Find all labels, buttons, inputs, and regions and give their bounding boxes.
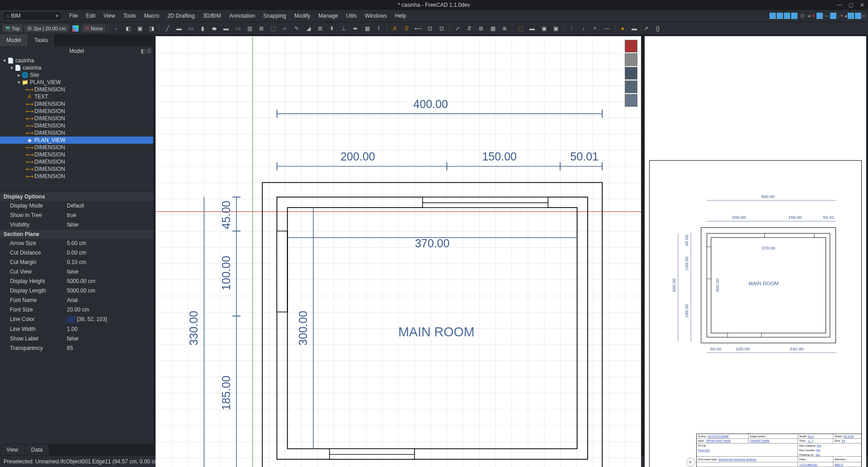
menu-windows[interactable]: Windows xyxy=(361,11,391,20)
menu-annotation[interactable]: Annotation xyxy=(225,11,259,20)
tool-icon[interactable]: ▬ xyxy=(221,24,231,33)
property-value[interactable]: 20.00 cm xyxy=(63,305,153,314)
property-value[interactable]: 0.10 cm xyxy=(63,258,153,267)
menu-help[interactable]: Help xyxy=(391,11,410,20)
tool-icon[interactable]: ◧ xyxy=(123,24,133,33)
property-value[interactable]: 5.00 cm xyxy=(63,239,153,248)
tool-icon[interactable]: ▬ xyxy=(629,24,639,33)
tree-item[interactable]: ⟷DIMENSION xyxy=(0,86,153,93)
minimize-icon[interactable]: — xyxy=(837,2,842,8)
property-row[interactable]: Cut Viewfalse xyxy=(0,267,153,277)
page-viewport[interactable]: 400.00 200.00 150.00 50.01 370.00 330.00… xyxy=(645,36,866,467)
menu-modify[interactable]: Modify xyxy=(290,11,314,20)
property-value[interactable]: [38, 52, 103] xyxy=(63,315,153,324)
view-icon[interactable] xyxy=(791,13,797,19)
tool-icon[interactable]: ⊞ xyxy=(256,24,266,33)
view-top-pill[interactable]: ⬒Top xyxy=(3,24,23,32)
tree-item[interactable]: ⟷DIMENSION xyxy=(0,122,153,129)
tool-icon[interactable]: ╱ xyxy=(162,24,172,33)
tab-tasks[interactable]: Tasks xyxy=(28,34,55,46)
view-icon[interactable] xyxy=(830,13,836,19)
tool-icon[interactable]: ↑ xyxy=(566,24,576,33)
panel-pop-icon[interactable]: ◧ xyxy=(141,48,146,54)
property-row[interactable]: Cut Margin0.10 cm xyxy=(0,258,153,267)
property-value[interactable]: 1.00 xyxy=(63,325,153,334)
menu-utils[interactable]: Utils xyxy=(342,11,361,20)
close-x-icon[interactable]: ✕ xyxy=(811,13,816,19)
tool-icon[interactable]: ▣ xyxy=(539,24,549,33)
menu-macro[interactable]: Macro xyxy=(140,11,163,20)
property-row[interactable]: Line Color[38, 52, 103] xyxy=(0,315,153,325)
property-row[interactable]: Display ModeDefault xyxy=(0,201,153,211)
tool-icon[interactable]: ▬ xyxy=(174,24,184,33)
menu-view[interactable]: View xyxy=(99,11,119,20)
chevron-icon[interactable]: » xyxy=(862,13,865,19)
tree-item[interactable]: ⟷DIMENSION xyxy=(0,108,153,115)
view-icon[interactable] xyxy=(784,13,790,19)
property-row[interactable]: Cut Distance0.00 cm xyxy=(0,248,153,258)
tool-icon[interactable]: ⊕ xyxy=(500,24,509,33)
property-row[interactable]: Show Labelfalse xyxy=(0,334,153,344)
tool-icon[interactable]: ⬚ xyxy=(515,24,525,33)
view-icon[interactable] xyxy=(816,13,823,19)
property-value[interactable]: false xyxy=(63,334,153,343)
tree-item[interactable]: ▾📁PLAN_VIEW xyxy=(0,79,153,86)
menu-file[interactable]: File xyxy=(65,11,82,20)
tool-icon[interactable]: ⇵ xyxy=(464,24,474,33)
property-value[interactable]: 0.00 cm xyxy=(63,248,153,257)
tool-icon[interactable]: ⬍ xyxy=(327,24,337,33)
tool-icon[interactable]: ⊞ xyxy=(476,24,486,33)
arrow-icon[interactable]: ◂ xyxy=(807,13,810,19)
property-value[interactable]: false xyxy=(63,267,153,276)
tool-icon[interactable]: ▭ xyxy=(186,24,196,33)
shape-string-icon[interactable]: S xyxy=(401,24,411,33)
menu-dbim[interactable]: 3D/BIM xyxy=(199,11,225,20)
view-icon[interactable] xyxy=(855,13,861,19)
plus-icon[interactable]: + xyxy=(840,13,843,19)
close-icon[interactable]: ✕ xyxy=(860,2,864,8)
property-value[interactable]: 5000.00 cm xyxy=(63,286,153,295)
tool-icon[interactable]: ⌐ xyxy=(280,24,290,33)
menu-tools[interactable]: Tools xyxy=(119,11,140,20)
dot-icon[interactable]: ◦ xyxy=(837,13,839,19)
property-row[interactable]: Font Size20.00 cm xyxy=(0,305,153,315)
tool-icon[interactable]: ↓ xyxy=(578,24,588,33)
color-swatch-icon[interactable] xyxy=(71,24,80,33)
menu-edit[interactable]: Edit xyxy=(82,11,99,20)
view-icon[interactable] xyxy=(769,13,776,19)
text-icon[interactable]: A xyxy=(390,24,400,33)
menu-snapping[interactable]: Snapping xyxy=(259,11,290,20)
tool-icon[interactable]: ▮ xyxy=(198,24,208,33)
tool-icon[interactable]: ⊥ xyxy=(339,24,349,33)
dimension-icon[interactable]: ⟵ xyxy=(413,24,423,33)
tree-item[interactable]: ◈PLAN_VIEW xyxy=(0,137,153,144)
nav-cube[interactable] xyxy=(625,40,637,108)
view-icon[interactable] xyxy=(777,13,783,19)
maximize-icon[interactable]: ▢ xyxy=(849,2,854,8)
tool-icon[interactable]: ⬚ xyxy=(268,24,278,33)
tree-item[interactable]: ⟷DIMENSION xyxy=(0,151,153,158)
grid-pill[interactable]: ▦2px | 20.00 cm xyxy=(24,24,69,32)
tool-icon[interactable]: ▣ xyxy=(135,24,145,33)
tree-item[interactable]: ⟷DIMENSION xyxy=(0,158,153,165)
tree-item[interactable]: ⟷DIMENSION xyxy=(0,129,153,137)
tool-icon[interactable]: ↗ xyxy=(641,24,651,33)
property-row[interactable]: Visibilityfalse xyxy=(0,220,153,230)
property-value[interactable]: false xyxy=(63,220,153,229)
tab-data[interactable]: Data xyxy=(25,444,49,455)
menu-manage[interactable]: Manage xyxy=(314,11,342,20)
property-value[interactable]: Arial xyxy=(63,296,153,305)
tree-item[interactable]: ⟷DIMENSION xyxy=(0,173,153,180)
tool-icon[interactable]: {} xyxy=(653,24,663,33)
tree-item[interactable]: ⟷DIMENSION xyxy=(0,100,153,108)
tool-icon[interactable]: ▦ xyxy=(488,24,498,33)
arrow-icon[interactable]: ◂ xyxy=(844,13,847,19)
property-row[interactable]: Font NameArial xyxy=(0,296,153,305)
tab-model[interactable]: Model xyxy=(0,34,28,46)
tool-icon[interactable]: ⊞ xyxy=(315,24,325,33)
property-row[interactable]: Transparency85 xyxy=(0,344,153,353)
tool-icon[interactable]: ⤢ xyxy=(453,24,462,33)
tool-icon[interactable]: ◨ xyxy=(146,24,156,33)
tool-icon[interactable]: ▦ xyxy=(362,24,372,33)
tool-icon[interactable]: ▥ xyxy=(245,24,255,33)
